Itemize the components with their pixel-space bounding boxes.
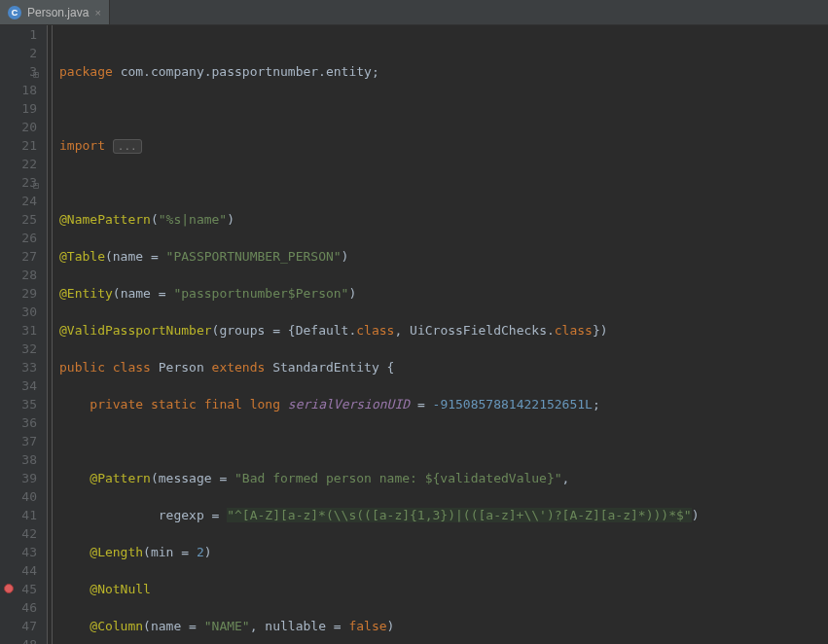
tab-filename: Person.java bbox=[27, 6, 89, 19]
tab-bar: C Person.java × bbox=[0, 0, 828, 25]
close-icon[interactable]: × bbox=[94, 7, 100, 18]
code-editor[interactable]: 1 2 3⊞ 18 19 20 21 22 23⊟ 24 25 26 27 28… bbox=[0, 25, 828, 644]
code-area[interactable]: package com.company.passportnumber.entit… bbox=[47, 25, 828, 644]
error-marker[interactable] bbox=[4, 584, 14, 593]
gutter: 1 2 3⊞ 18 19 20 21 22 23⊟ 24 25 26 27 28… bbox=[0, 25, 47, 644]
file-tab[interactable]: C Person.java × bbox=[0, 0, 110, 24]
class-icon: C bbox=[8, 6, 21, 19]
import-fold[interactable]: ... bbox=[113, 139, 142, 154]
